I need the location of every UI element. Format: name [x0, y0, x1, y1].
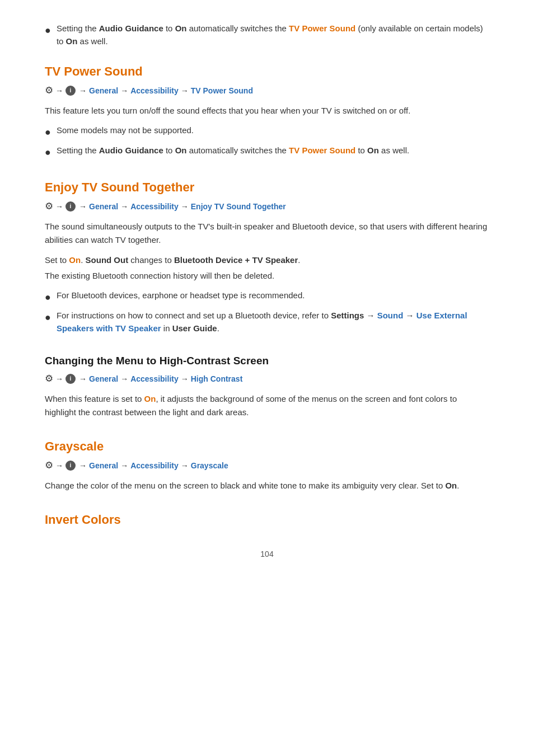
sound-link: Sound [377, 311, 404, 320]
on-bold: On [445, 481, 457, 490]
tv-power-sound-bold: TV Power Sound [289, 145, 355, 155]
breadcrumb-endpoint1: TV Power Sound [191, 86, 253, 95]
bullet-text: Some models may not be supported. [57, 124, 194, 137]
circle-icon: i [65, 374, 76, 384]
arrow3: → [120, 461, 128, 470]
arrow3: → [120, 374, 128, 383]
section4-title: Grayscale [45, 439, 489, 454]
breadcrumb-endpoint2: Enjoy TV Sound Together [191, 202, 286, 211]
audio-guidance-bold: Audio Guidance [99, 145, 163, 155]
section-high-contrast: Changing the Menu to High-Contrast Scree… [45, 355, 489, 419]
gear-icon: ⚙ [45, 200, 53, 212]
intro-bullet: ● Setting the Audio Guidance to On autom… [45, 22, 489, 48]
arrow2: → [79, 202, 87, 211]
section3-title: Changing the Menu to High-Contrast Scree… [45, 355, 489, 367]
breadcrumb-accessibility2: Accessibility [130, 202, 179, 211]
breadcrumb-endpoint3: High Contrast [191, 374, 243, 383]
arrow4: → [181, 202, 189, 211]
breadcrumb-general: General [89, 374, 118, 383]
bullet-item: ● For Bluetooth devices, earphone or hea… [45, 289, 489, 305]
circle-icon: i [65, 201, 76, 212]
arrow3: → [120, 86, 128, 95]
bullet-dot: ● [45, 125, 51, 140]
use-external-link: Use External Speakers with TV Speaker [57, 311, 467, 333]
bullet-item: ● For instructions on how to connect and… [45, 309, 489, 335]
bullet-dot: ● [45, 290, 51, 305]
circle-icon: i [65, 461, 76, 471]
circle-icon: i [65, 86, 76, 96]
on-bold: On [367, 145, 379, 155]
breadcrumb-accessibility4: Accessibility [130, 461, 179, 470]
breadcrumb-accessibility3: Accessibility [130, 374, 179, 383]
section4-body: Change the color of the menu on the scre… [45, 479, 489, 492]
section1-title: TV Power Sound [45, 64, 489, 79]
arrow2: → [79, 86, 87, 95]
breadcrumb-general: General [89, 86, 118, 95]
section1-breadcrumb: ⚙ → i → General → Accessibility → TV Pow… [45, 84, 489, 96]
sound-out-bold: Sound Out [86, 255, 129, 265]
on-bold: On [175, 145, 187, 155]
gear-icon: ⚙ [45, 459, 53, 471]
section-tv-power-sound: TV Power Sound ⚙ → i → General → Accessi… [45, 64, 489, 160]
section2-body2: Set to On. Sound Out changes to Bluetoot… [45, 253, 489, 267]
arrow1: → [55, 202, 63, 211]
bullet-dot: ● [45, 23, 51, 38]
on-bold: On [144, 394, 156, 403]
intro-text: Setting the Audio Guidance to On automat… [57, 22, 489, 48]
bullet-dot: ● [45, 145, 51, 160]
section1-body: This feature lets you turn on/off the so… [45, 104, 489, 118]
breadcrumb-general: General [89, 202, 118, 211]
tv-power-sound-bold: TV Power Sound [289, 24, 355, 33]
arrow4: → [181, 374, 189, 383]
section2-body1: The sound simultaneously outputs to the … [45, 220, 489, 247]
section2-title: Enjoy TV Sound Together [45, 180, 489, 195]
arrow2: → [79, 374, 87, 383]
section3-body: When this feature is set to On, it adjus… [45, 392, 489, 419]
arrow3: → [120, 202, 128, 211]
bluetooth-bold: Bluetooth Device + TV Speaker [174, 255, 298, 265]
arrow2: → [79, 461, 87, 470]
on2-bold: On [66, 36, 78, 46]
section4-breadcrumb: ⚙ → i → General → Accessibility → Graysc… [45, 459, 489, 471]
bullet-text: For instructions on how to connect and s… [57, 309, 489, 335]
breadcrumb-endpoint4: Grayscale [191, 461, 228, 470]
section-grayscale: Grayscale ⚙ → i → General → Accessibilit… [45, 439, 489, 492]
user-guide-bold: User Guide [172, 323, 217, 333]
breadcrumb-general: General [89, 461, 118, 470]
page-number: 104 [45, 550, 489, 558]
bullet-item: ● Setting the Audio Guidance to On autom… [45, 144, 489, 160]
section3-breadcrumb: ⚙ → i → General → Accessibility → High C… [45, 373, 489, 384]
on-bold: On [175, 24, 187, 33]
section1-bullets: ● Some models may not be supported. ● Se… [45, 124, 489, 160]
bullet-text: Setting the Audio Guidance to On automat… [57, 144, 409, 157]
arrow1: → [55, 461, 63, 470]
section5-title: Invert Colors [45, 513, 489, 527]
section-enjoy-tv-sound: Enjoy TV Sound Together ⚙ → i → General … [45, 180, 489, 335]
bullet-text: For Bluetooth devices, earphone or heads… [57, 289, 305, 302]
bullet-item: ● Some models may not be supported. [45, 124, 489, 140]
section2-bullets: ● For Bluetooth devices, earphone or hea… [45, 289, 489, 335]
settings-bold: Settings [331, 311, 364, 320]
arrow4: → [181, 461, 189, 470]
breadcrumb-accessibility1: Accessibility [130, 86, 179, 95]
section2-breadcrumb: ⚙ → i → General → Accessibility → Enjoy … [45, 200, 489, 212]
on-bold: On [69, 255, 81, 265]
section-invert-colors: Invert Colors [45, 513, 489, 527]
arrow1: → [55, 374, 63, 383]
section2-body3: The existing Bluetooth connection histor… [45, 269, 489, 283]
arrow4: → [181, 86, 189, 95]
arrow1: → [55, 86, 63, 95]
gear-icon: ⚙ [45, 84, 53, 96]
audio-guidance-bold: Audio Guidance [99, 24, 163, 33]
bullet-dot: ● [45, 310, 51, 325]
gear-icon: ⚙ [45, 373, 53, 384]
